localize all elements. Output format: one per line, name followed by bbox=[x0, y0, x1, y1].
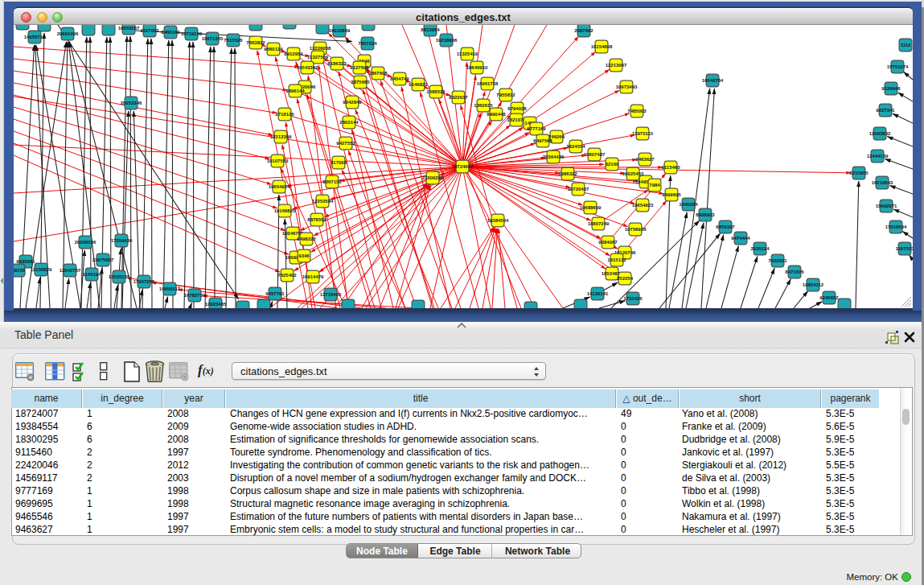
svg-text:7984: 7984 bbox=[649, 183, 660, 187]
svg-text:11327509: 11327509 bbox=[307, 55, 329, 60]
svg-text:3624554: 3624554 bbox=[566, 144, 585, 149]
svg-text:23300295: 23300295 bbox=[422, 175, 444, 180]
svg-text:10807487: 10807487 bbox=[584, 152, 606, 157]
svg-text:8813054: 8813054 bbox=[421, 27, 440, 32]
svg-text:9427552: 9427552 bbox=[336, 141, 355, 146]
svg-text:9660124: 9660124 bbox=[264, 47, 283, 51]
svg-text:12156829: 12156829 bbox=[31, 267, 52, 272]
svg-text:12213369: 12213369 bbox=[270, 134, 292, 139]
svg-text:10654112: 10654112 bbox=[803, 282, 824, 287]
svg-text:252254: 252254 bbox=[617, 276, 634, 281]
svg-text:12213967: 12213967 bbox=[606, 63, 627, 68]
svg-text:23975887: 23975887 bbox=[92, 257, 114, 262]
svg-text:14136141: 14136141 bbox=[587, 291, 609, 296]
svg-text:6879197: 6879197 bbox=[716, 225, 735, 229]
svg-text:20691406: 20691406 bbox=[57, 31, 79, 36]
svg-text:12505135: 12505135 bbox=[109, 274, 130, 279]
svg-text:16154808: 16154808 bbox=[591, 44, 613, 49]
svg-text:16648784: 16648784 bbox=[702, 78, 724, 83]
svg-text:7955812: 7955812 bbox=[496, 93, 515, 97]
svg-text:8466160: 8466160 bbox=[161, 30, 180, 35]
svg-text:9699695: 9699695 bbox=[662, 192, 681, 197]
svg-text:12093832: 12093832 bbox=[869, 131, 891, 136]
svg-text:12942757: 12942757 bbox=[60, 268, 81, 273]
svg-text:9084067: 9084067 bbox=[598, 240, 618, 245]
svg-text:39155: 39155 bbox=[14, 268, 26, 273]
svg-text:16033809: 16033809 bbox=[329, 28, 351, 33]
svg-text:1640934: 1640934 bbox=[679, 202, 698, 207]
svg-text:7632621: 7632621 bbox=[768, 258, 787, 263]
svg-text:16914479: 16914479 bbox=[302, 274, 324, 279]
svg-text:18724007: 18724007 bbox=[452, 164, 474, 169]
svg-text:10973493: 10973493 bbox=[616, 84, 638, 89]
svg-text:62160: 62160 bbox=[606, 162, 619, 167]
svg-text:15692971: 15692971 bbox=[876, 204, 897, 208]
svg-text:1615132: 1615132 bbox=[607, 257, 626, 262]
svg-text:9777169: 9777169 bbox=[527, 126, 546, 131]
svg-text:8471676: 8471676 bbox=[785, 270, 804, 274]
svg-text:9457791: 9457791 bbox=[265, 291, 285, 296]
svg-text:1167533: 1167533 bbox=[895, 246, 913, 251]
svg-text:14055712: 14055712 bbox=[24, 35, 46, 39]
svg-text:13716485: 13716485 bbox=[320, 292, 342, 297]
svg-text:8912954: 8912954 bbox=[284, 51, 303, 56]
svg-text:9245652: 9245652 bbox=[819, 295, 839, 300]
svg-text:7857224: 7857224 bbox=[358, 41, 377, 46]
svg-text:1112: 1112 bbox=[901, 43, 911, 47]
svg-text:2087662: 2087662 bbox=[574, 28, 593, 33]
svg-text:8186323: 8186323 bbox=[327, 61, 347, 66]
svg-text:17359936: 17359936 bbox=[111, 238, 133, 243]
svg-text:10688609: 10688609 bbox=[580, 205, 602, 210]
svg-text:2803144: 2803144 bbox=[339, 120, 359, 125]
svg-text:8267150: 8267150 bbox=[322, 179, 342, 184]
svg-text:1362615: 1362615 bbox=[474, 103, 493, 108]
svg-text:17016504: 17016504 bbox=[885, 225, 907, 229]
svg-text:9242848: 9242848 bbox=[343, 100, 362, 105]
svg-text:11325419: 11325419 bbox=[457, 51, 478, 56]
svg-text:8878552: 8878552 bbox=[307, 217, 326, 222]
svg-text:9227341: 9227341 bbox=[876, 108, 895, 113]
svg-text:10653267: 10653267 bbox=[118, 26, 140, 31]
svg-text:16210643: 16210643 bbox=[872, 180, 893, 185]
svg-text:10958117: 10958117 bbox=[159, 286, 181, 291]
svg-text:18640910: 18640910 bbox=[466, 65, 488, 70]
svg-text:9146821: 9146821 bbox=[409, 82, 428, 87]
svg-text:12923465: 12923465 bbox=[205, 302, 227, 307]
svg-text:8454749: 8454749 bbox=[390, 76, 409, 81]
svg-text:9463627: 9463627 bbox=[635, 157, 655, 162]
svg-text:1145194: 1145194 bbox=[82, 272, 101, 277]
svg-text:17957255: 17957255 bbox=[133, 279, 155, 284]
svg-text:1527602: 1527602 bbox=[140, 28, 159, 33]
svg-text:12226058: 12226058 bbox=[310, 46, 331, 51]
svg-text:16782759: 16782759 bbox=[184, 293, 206, 298]
svg-text:10107553: 10107553 bbox=[267, 159, 289, 163]
svg-text:12353594: 12353594 bbox=[312, 199, 334, 204]
svg-text:19654923: 19654923 bbox=[632, 203, 654, 208]
svg-text:16961758: 16961758 bbox=[477, 81, 499, 86]
svg-text:3875685: 3875685 bbox=[351, 80, 370, 84]
svg-text:10671355: 10671355 bbox=[202, 36, 224, 41]
svg-text:8938923: 8938923 bbox=[696, 212, 715, 217]
svg-text:7625402: 7625402 bbox=[277, 273, 297, 278]
svg-text:7986322: 7986322 bbox=[558, 171, 577, 176]
svg-text:20364436: 20364436 bbox=[543, 154, 565, 159]
svg-text:8215955: 8215955 bbox=[849, 171, 869, 175]
svg-text:19654924: 19654924 bbox=[269, 184, 290, 189]
svg-text:9896144: 9896144 bbox=[285, 89, 305, 93]
svg-text:10756928: 10756928 bbox=[625, 227, 647, 232]
svg-text:20053346: 20053346 bbox=[121, 101, 142, 105]
svg-text:12444139: 12444139 bbox=[867, 154, 889, 159]
svg-text:8990448: 8990448 bbox=[487, 112, 506, 117]
svg-text:817006: 817006 bbox=[331, 160, 347, 165]
svg-text:9498222: 9498222 bbox=[297, 237, 316, 241]
svg-text:19384554: 19384554 bbox=[487, 218, 509, 223]
svg-text:6497568: 6497568 bbox=[533, 138, 552, 143]
svg-text:9127508: 9127508 bbox=[350, 65, 369, 70]
svg-text:9935061: 9935061 bbox=[16, 259, 35, 264]
svg-text:12975115: 12975115 bbox=[632, 131, 654, 136]
svg-text:9474444: 9474444 bbox=[731, 236, 750, 241]
svg-text:20206536: 20206536 bbox=[75, 240, 97, 245]
svg-text:15751074: 15751074 bbox=[887, 64, 909, 69]
svg-text:9115460: 9115460 bbox=[661, 165, 680, 170]
svg-text:2867608: 2867608 bbox=[368, 71, 388, 76]
